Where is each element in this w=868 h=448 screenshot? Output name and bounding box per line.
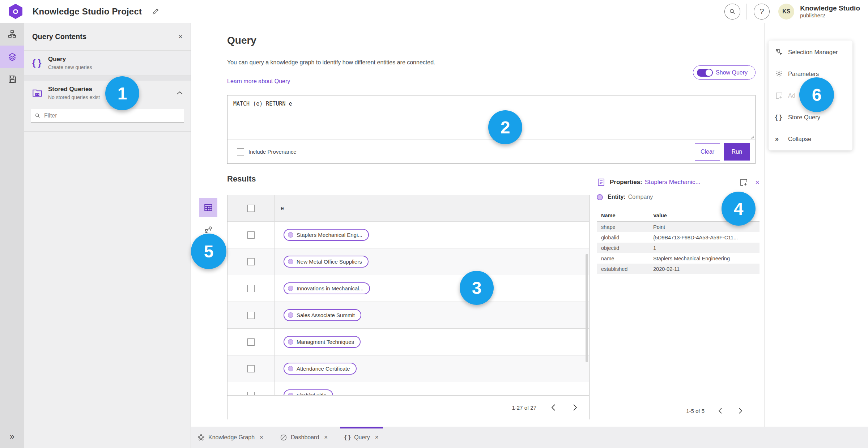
selection-manager-icon xyxy=(775,48,788,56)
filter-field[interactable] xyxy=(31,109,184,123)
table-row[interactable]: Staplers Mechanical Engi... xyxy=(227,221,589,248)
properties-pagination: 1-5 of 5 xyxy=(597,398,760,415)
knowledge-graph-icon xyxy=(197,434,205,441)
row-checkbox[interactable] xyxy=(247,285,255,292)
include-provenance-label: Include Provenance xyxy=(248,149,297,155)
learn-more-link[interactable]: Learn more about Query xyxy=(227,78,290,85)
entity-pill-label: Managment Techniques xyxy=(297,339,354,345)
entity-dot-icon xyxy=(288,393,293,395)
search-icon xyxy=(729,8,736,15)
row-checkbox[interactable] xyxy=(247,258,255,265)
property-name: name xyxy=(601,256,653,261)
panel-close-icon[interactable]: × xyxy=(178,33,183,41)
entity-dot-icon xyxy=(288,312,293,318)
bottom-tab-bar: Knowledge Graph × Dashboard × { } Query … xyxy=(191,427,868,448)
knowledge-studio-logo-icon xyxy=(9,4,22,19)
help-button[interactable]: ? xyxy=(754,4,770,20)
callout-badge-5: 5 xyxy=(191,234,226,269)
row-checkbox[interactable] xyxy=(247,392,255,396)
entity-pill[interactable]: Sales Associate Summit xyxy=(284,309,361,321)
properties-next-page-icon[interactable] xyxy=(736,406,745,415)
properties-close-icon[interactable]: × xyxy=(755,178,760,187)
menu-item-label: Selection Manager xyxy=(788,49,838,56)
table-row[interactable]: Managment Techniques xyxy=(227,328,589,355)
show-query-toggle[interactable]: Show Query xyxy=(693,65,756,80)
menu-item-label: Ad xyxy=(788,92,795,99)
properties-entity-link[interactable]: Staplers Mechanic... xyxy=(645,179,701,186)
callout-badge-4: 4 xyxy=(722,192,756,226)
table-row[interactable]: Attendance Certificate xyxy=(227,355,589,382)
tab-close-icon[interactable]: × xyxy=(375,434,379,441)
row-checkbox[interactable] xyxy=(247,365,255,372)
left-rail: » xyxy=(0,23,24,448)
panel-title: Query Contents xyxy=(32,33,86,41)
resize-handle-icon[interactable] xyxy=(750,135,754,139)
entity-pill[interactable]: New Metal Office Suppliers xyxy=(284,256,369,268)
run-button[interactable]: Run xyxy=(724,143,750,161)
row-checkbox[interactable] xyxy=(247,231,255,239)
property-row: objectid 1 xyxy=(597,243,760,253)
add-to-map-icon[interactable] xyxy=(739,178,748,187)
entity-pill[interactable]: Innovations in Mechanical... xyxy=(284,282,370,294)
property-value: {5D9B4713-F98D-4A53-A59F-C11... xyxy=(653,235,738,240)
avatar-initials: KS xyxy=(782,8,790,15)
expand-rail-button[interactable]: » xyxy=(0,429,24,444)
table-view-toggle[interactable] xyxy=(199,198,217,217)
collapse-section-icon[interactable] xyxy=(177,91,183,95)
menu-item-label: Collapse xyxy=(788,136,811,142)
rail-item-save[interactable] xyxy=(0,68,24,90)
tab-label: Query xyxy=(354,434,370,441)
results-scrollbar[interactable] xyxy=(586,254,588,362)
sidebar-item-query[interactable]: { } Query Create new queries xyxy=(24,51,191,76)
edit-title-icon[interactable] xyxy=(152,8,159,15)
entity-dot-icon xyxy=(288,259,293,264)
tab-label: Knowledge Graph xyxy=(208,434,255,441)
double-chevron-right-icon: » xyxy=(10,431,14,441)
tab-knowledge-graph[interactable]: Knowledge Graph × xyxy=(193,427,268,448)
table-row[interactable]: New Metal Office Suppliers xyxy=(227,248,589,275)
menu-item-collapse[interactable]: » Collapse xyxy=(769,128,852,150)
results-prev-page-icon[interactable] xyxy=(549,403,558,412)
properties-prev-page-icon[interactable] xyxy=(715,406,725,415)
avatar[interactable]: KS xyxy=(778,4,794,20)
clear-button[interactable]: Clear xyxy=(695,143,720,161)
dashboard-icon xyxy=(280,434,287,441)
entity-pill[interactable]: Managment Techniques xyxy=(284,336,361,348)
user-block[interactable]: Knowledge Studio publisher2 xyxy=(800,4,860,18)
property-name: established xyxy=(601,266,653,272)
callout-badge-6: 6 xyxy=(799,77,834,112)
table-row[interactable]: Firebird Title xyxy=(227,382,589,395)
sidebar-item-sub: Create new queries xyxy=(48,64,92,70)
rail-item-link-chart[interactable] xyxy=(0,23,24,46)
search-button[interactable] xyxy=(724,4,740,20)
sidebar-item-sub: No stored queries exist xyxy=(48,94,100,100)
entity-pill-label: New Metal Office Suppliers xyxy=(297,259,362,265)
tab-close-icon[interactable]: × xyxy=(324,434,328,441)
row-checkbox[interactable] xyxy=(247,338,255,346)
select-all-checkbox[interactable] xyxy=(247,205,255,212)
table-row[interactable]: Innovations in Mechanical... xyxy=(227,275,589,302)
results-header-row: e xyxy=(227,195,589,221)
entity-pill-label: Innovations in Mechanical... xyxy=(297,285,363,291)
entity-pill[interactable]: Attendance Certificate xyxy=(284,363,357,375)
braces-icon: { } xyxy=(344,434,350,441)
entity-pill[interactable]: Staplers Mechanical Engi... xyxy=(284,229,369,241)
tab-dashboard[interactable]: Dashboard × xyxy=(276,427,332,448)
properties-pagination-label: 1-5 of 5 xyxy=(686,408,705,414)
table-row[interactable]: Sales Associate Summit xyxy=(227,302,589,328)
table-icon xyxy=(204,203,213,212)
active-tab-indicator xyxy=(340,427,383,428)
property-row: name Staplers Mechanical Engineering xyxy=(597,253,760,264)
row-checkbox[interactable] xyxy=(247,312,255,319)
property-name: shape xyxy=(601,224,653,230)
rail-item-layers[interactable] xyxy=(0,46,24,68)
filter-input[interactable] xyxy=(44,112,180,119)
results-next-page-icon[interactable] xyxy=(570,403,580,412)
entity-pill[interactable]: Firebird Title xyxy=(284,389,333,395)
entity-dot-icon xyxy=(288,232,293,238)
entity-pill-label: Firebird Title xyxy=(297,392,327,395)
tab-close-icon[interactable]: × xyxy=(260,434,263,441)
include-provenance-checkbox[interactable] xyxy=(237,148,244,155)
tab-query[interactable]: { } Query × xyxy=(340,427,383,448)
menu-item-selection-manager[interactable]: Selection Manager xyxy=(769,41,852,63)
